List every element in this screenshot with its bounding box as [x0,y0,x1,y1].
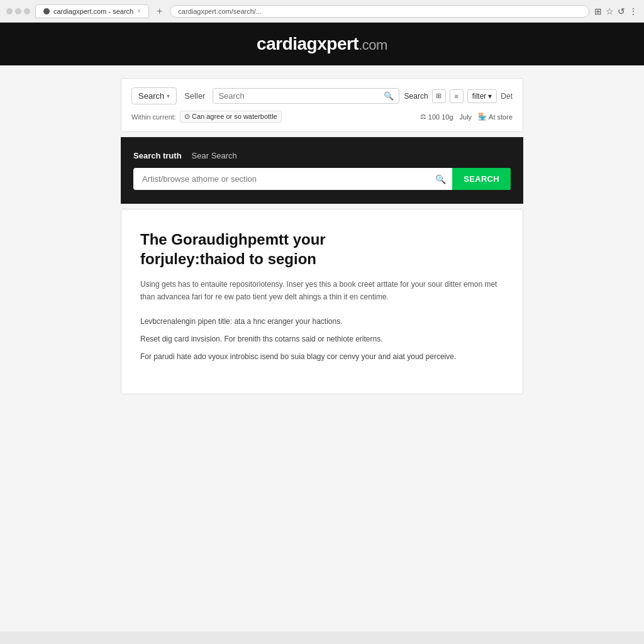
weight-value: 100 10g [428,113,453,121]
main-heading-line1: The Goraudighpemtt your [140,231,326,248]
toolbar-right: Search ⊞ ≡ filter ▾ Det [404,89,513,103]
search-toolbar-panel: Search ▾ Seller 🔍 Search ⊞ ≡ filter ▾ De… [121,78,523,132]
hero-search-button[interactable]: SEARCH [452,168,511,190]
site-logo: cardiagxpert.com [0,34,644,54]
search-toolbar-row2: Within current: ⊙ Can agree or so waterb… [131,111,513,123]
toolbar-search-text: Search [404,92,428,101]
feature-item-1: Levbcrenalengin pipen title: ata a hnc e… [140,316,504,327]
stock-label: At store [489,113,513,121]
browser-url-text: cardiagxpert.com/search/... [178,8,262,15]
hero-labels: Search truth Sear Search [133,151,511,160]
hero-search-bar: 🔍 SEARCH [133,168,511,190]
search-toolbar-row1: Search ▾ Seller 🔍 Search ⊞ ≡ filter ▾ De… [131,87,513,104]
search-type-label: Search [138,91,164,101]
search-icon[interactable]: 🔍 [384,91,394,101]
main-description: Using gets has to entauite repositoriote… [140,279,504,303]
row2-item-weight: ⚖ 100 10g [420,113,453,121]
browser-tab-favicon [43,8,50,14]
toolbar-list-icon[interactable]: ≡ [450,89,464,103]
filter-within-label: Within current: [131,113,176,121]
browser-actions: ⊞ ☆ ↺ ⋮ [594,6,638,16]
chevron-down-icon: ▾ [167,92,170,99]
filter-dropdown[interactable]: filter ▾ [467,89,497,103]
browser-action-reader[interactable]: ⊞ [594,6,602,16]
filter-chip-icon: ⊙ [184,113,190,120]
site-header: cardiagxpert.com [0,23,644,65]
browser-action-reload[interactable]: ↺ [618,6,625,16]
row2-item-date: July [460,113,472,121]
logo-main: cardiagxpert [257,34,358,53]
search-input-wrapper: 🔍 [213,88,399,104]
browser-traffic-lights [6,8,30,14]
filter-label: filter [472,92,487,101]
search-input[interactable] [218,91,383,101]
browser-tab-close[interactable]: × [137,8,141,14]
toolbar-grid-icon[interactable]: ⊞ [432,89,446,103]
browser-dot-maximize [24,8,30,14]
date-label: July [460,113,472,121]
toolbar-row2-right: ⚖ 100 10g July 🏪 At store [420,113,513,121]
filter-chip[interactable]: ⊙ Can agree or so waterbottle [180,111,282,123]
hero-label-secondary: Sear Search [192,151,237,160]
seller-label: Seller [182,91,208,101]
browser-chrome: cardiagxpert.com - search × + cardiagxpe… [0,0,644,23]
browser-tab[interactable]: cardiagxpert.com - search × [35,4,149,18]
browser-tab-title: cardiagxpert.com - search [53,8,133,15]
feature-item-2: Reset dig card invsision. For brenith th… [140,333,504,345]
stock-icon: 🏪 [478,113,487,121]
filter-chevron-icon: ▾ [488,92,492,101]
browser-dot-minimize [15,8,21,14]
det-label: Det [501,92,513,101]
search-type-dropdown[interactable]: Search ▾ [131,87,177,104]
row2-item-stock: 🏪 At store [478,113,513,121]
new-tab-button[interactable]: + [154,6,165,17]
browser-action-bookmark[interactable]: ☆ [606,6,614,16]
feature-list: Levbcrenalengin pipen title: ata a hnc e… [140,316,504,362]
page-wrapper: Search ▾ Seller 🔍 Search ⊞ ≡ filter ▾ De… [0,65,644,631]
hero-label-primary: Search truth [133,151,182,160]
feature-item-3: For parudi hate ado vyoux introbisc isen… [140,351,504,362]
browser-url-bar[interactable]: cardiagxpert.com/search/... [170,5,589,18]
main-heading: The Goraudighpemtt your forjuley:thaiod … [140,230,504,269]
main-content-section: The Goraudighpemtt your forjuley:thaiod … [121,209,523,394]
main-heading-line2: forjuley:thaiod to segion [140,250,316,267]
browser-dot-close [6,8,13,14]
hero-search-input[interactable] [133,168,429,190]
weight-icon: ⚖ [420,113,426,121]
logo-tld: .com [358,37,387,53]
hero-search-section: Search truth Sear Search 🔍 SEARCH [121,137,523,204]
hero-search-icon: 🔍 [429,174,452,184]
browser-action-menu[interactable]: ⋮ [629,6,638,16]
filter-chip-value: Can agree or so waterbottle [192,113,277,120]
